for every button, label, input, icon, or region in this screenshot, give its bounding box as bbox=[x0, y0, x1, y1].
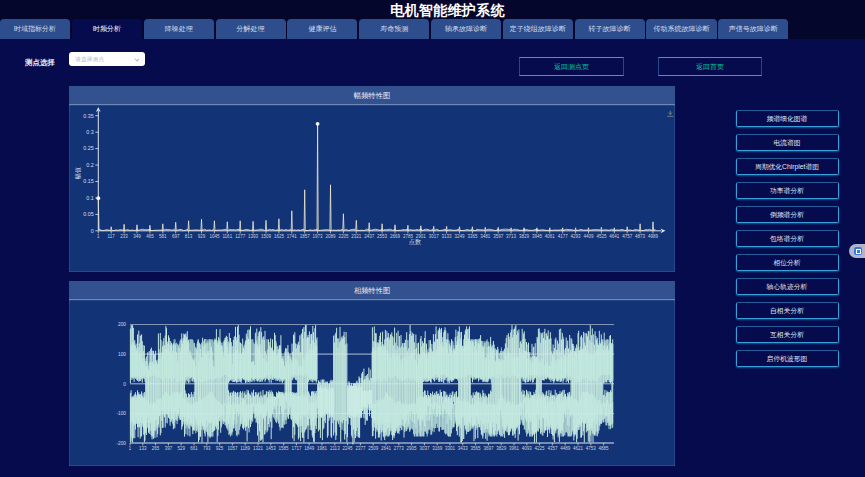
svg-text:0.15: 0.15 bbox=[83, 178, 94, 184]
svg-text:3301: 3301 bbox=[445, 446, 456, 451]
svg-text:1849: 1849 bbox=[304, 446, 315, 451]
svg-text:1277: 1277 bbox=[235, 234, 246, 239]
svg-text:3433: 3433 bbox=[458, 446, 469, 451]
svg-text:3365: 3365 bbox=[467, 234, 478, 239]
svg-text:1509: 1509 bbox=[261, 234, 272, 239]
svg-text:4489: 4489 bbox=[560, 446, 571, 451]
svg-text:529: 529 bbox=[177, 446, 185, 451]
svg-text:点数: 点数 bbox=[409, 238, 421, 246]
svg-text:813: 813 bbox=[185, 234, 193, 239]
svg-text:1981: 1981 bbox=[317, 446, 328, 451]
svg-text:929: 929 bbox=[198, 234, 206, 239]
svg-text:1625: 1625 bbox=[274, 234, 285, 239]
svg-text:3945: 3945 bbox=[532, 234, 543, 239]
svg-text:100: 100 bbox=[118, 352, 126, 357]
svg-text:2089: 2089 bbox=[325, 234, 336, 239]
svg-text:2205: 2205 bbox=[338, 234, 349, 239]
svg-text:3565: 3565 bbox=[471, 446, 482, 451]
svg-text:-200: -200 bbox=[116, 441, 126, 446]
svg-text:幅值: 幅值 bbox=[74, 167, 82, 179]
svg-text:1585: 1585 bbox=[279, 446, 290, 451]
svg-text:1973: 1973 bbox=[313, 234, 324, 239]
svg-text:4293: 4293 bbox=[571, 234, 582, 239]
svg-text:697: 697 bbox=[172, 234, 180, 239]
svg-text:0: 0 bbox=[91, 228, 94, 234]
svg-text:4757: 4757 bbox=[622, 234, 633, 239]
svg-text:4621: 4621 bbox=[573, 446, 584, 451]
svg-text:3169: 3169 bbox=[432, 446, 443, 451]
svg-text:1717: 1717 bbox=[291, 446, 302, 451]
svg-text:4753: 4753 bbox=[586, 446, 597, 451]
svg-text:661: 661 bbox=[190, 446, 198, 451]
svg-text:0.2: 0.2 bbox=[86, 162, 94, 168]
svg-text:465: 465 bbox=[146, 234, 154, 239]
svg-text:2641: 2641 bbox=[381, 446, 392, 451]
svg-text:200: 200 bbox=[118, 322, 126, 327]
svg-text:2113: 2113 bbox=[330, 446, 340, 451]
svg-text:3829: 3829 bbox=[519, 234, 530, 239]
svg-text:0.1: 0.1 bbox=[86, 195, 94, 201]
svg-text:2437: 2437 bbox=[364, 234, 375, 239]
svg-text:1321: 1321 bbox=[253, 446, 264, 451]
svg-text:0.3: 0.3 bbox=[86, 129, 94, 135]
svg-text:0.25: 0.25 bbox=[83, 145, 94, 151]
svg-text:1741: 1741 bbox=[287, 234, 298, 239]
svg-text:1857: 1857 bbox=[300, 234, 311, 239]
svg-text:3037: 3037 bbox=[419, 446, 430, 451]
svg-text:2773: 2773 bbox=[394, 446, 405, 451]
svg-text:2377: 2377 bbox=[355, 446, 366, 451]
svg-text:1453: 1453 bbox=[266, 446, 277, 451]
svg-text:4989: 4989 bbox=[648, 234, 659, 239]
svg-text:2553: 2553 bbox=[377, 234, 388, 239]
svg-text:1393: 1393 bbox=[248, 234, 259, 239]
svg-text:1161: 1161 bbox=[222, 234, 232, 239]
svg-text:0: 0 bbox=[123, 382, 126, 387]
svg-text:349: 349 bbox=[133, 234, 141, 239]
svg-text:3249: 3249 bbox=[454, 234, 465, 239]
svg-text:133: 133 bbox=[139, 446, 147, 451]
svg-text:幅频特性图: 幅频特性图 bbox=[354, 91, 390, 100]
svg-text:2321: 2321 bbox=[351, 234, 362, 239]
svg-text:117: 117 bbox=[108, 234, 116, 239]
svg-text:233: 233 bbox=[120, 234, 128, 239]
svg-text:3017: 3017 bbox=[429, 234, 440, 239]
svg-text:4225: 4225 bbox=[535, 446, 546, 451]
svg-text:3697: 3697 bbox=[483, 446, 494, 451]
svg-text:4409: 4409 bbox=[583, 234, 594, 239]
svg-text:2669: 2669 bbox=[390, 234, 401, 239]
svg-text:925: 925 bbox=[216, 446, 224, 451]
svg-text:4061: 4061 bbox=[545, 234, 556, 239]
svg-text:0.35: 0.35 bbox=[83, 113, 94, 119]
svg-text:581: 581 bbox=[159, 234, 167, 239]
svg-text:397: 397 bbox=[165, 446, 173, 451]
svg-text:0.05: 0.05 bbox=[83, 211, 94, 217]
svg-text:4525: 4525 bbox=[596, 234, 607, 239]
svg-text:1045: 1045 bbox=[209, 234, 220, 239]
svg-text:3713: 3713 bbox=[506, 234, 517, 239]
svg-text:4093: 4093 bbox=[522, 446, 533, 451]
svg-text:1057: 1057 bbox=[227, 446, 238, 451]
svg-text:3481: 3481 bbox=[480, 234, 491, 239]
svg-text:3133: 3133 bbox=[442, 234, 453, 239]
svg-text:4357: 4357 bbox=[547, 446, 558, 451]
svg-text:相频特性图: 相频特性图 bbox=[354, 286, 390, 295]
svg-text:2245: 2245 bbox=[343, 446, 354, 451]
svg-text:4885: 4885 bbox=[599, 446, 610, 451]
svg-text:3829: 3829 bbox=[496, 446, 507, 451]
svg-text:1189: 1189 bbox=[240, 446, 250, 451]
svg-text:3961: 3961 bbox=[509, 446, 520, 451]
svg-text:265: 265 bbox=[152, 446, 160, 451]
svg-text:-100: -100 bbox=[116, 411, 126, 416]
svg-text:4177: 4177 bbox=[558, 234, 569, 239]
svg-text:4641: 4641 bbox=[609, 234, 620, 239]
svg-text:793: 793 bbox=[203, 446, 211, 451]
svg-text:2509: 2509 bbox=[368, 446, 379, 451]
svg-text:4873: 4873 bbox=[635, 234, 646, 239]
svg-text:2905: 2905 bbox=[407, 446, 418, 451]
svg-text:3597: 3597 bbox=[493, 234, 504, 239]
